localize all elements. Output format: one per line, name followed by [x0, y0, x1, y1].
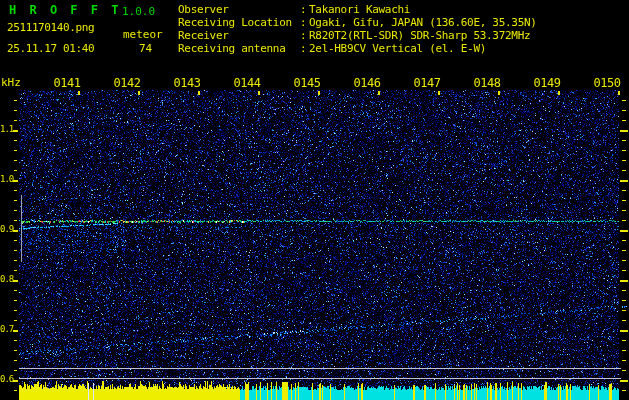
- station-row: Receiving antenna:2el-HB9CV Vertical (el…: [178, 42, 486, 55]
- freq-tick-label: 1.0: [0, 174, 13, 184]
- time-tick-label: 0149: [532, 76, 562, 90]
- app-title: H R O F F T: [9, 3, 121, 17]
- station-row: Receiving Location:Ogaki, Gifu, JAPAN (1…: [178, 16, 537, 29]
- datetime-label: 25.11.17 01:40: [7, 42, 94, 55]
- time-tick-label: 0144: [232, 76, 262, 90]
- time-tick-label: 0150: [592, 76, 622, 90]
- time-tick-label: 0148: [472, 76, 502, 90]
- station-row-label: Receiving antenna: [178, 42, 300, 55]
- station-row-value: Ogaki, Gifu, JAPAN (136.60E, 35.35N): [309, 16, 537, 29]
- freq-tick-label: 0.6: [0, 374, 13, 384]
- station-row-separator: :: [300, 29, 309, 42]
- time-tick-label: 0143: [172, 76, 202, 90]
- freq-tick-label: 0.7: [0, 324, 13, 334]
- station-row-value: 2el-HB9CV Vertical (el. E-W): [309, 42, 486, 55]
- freq-tick-label: 0.8: [0, 274, 13, 284]
- freq-unit-label: kHz: [1, 76, 21, 89]
- station-row-value: R820T2(RTL-SDR) SDR-Sharp 53.372MHz: [309, 29, 530, 42]
- app-version: 1.0.0: [122, 5, 155, 18]
- time-tick-label: 0145: [292, 76, 322, 90]
- station-row-separator: :: [300, 42, 309, 55]
- station-row: Receiver:R820T2(RTL-SDR) SDR-Sharp 53.37…: [178, 29, 530, 42]
- hrofft-window: H R O F F T 1.0.0 2511170140.png meteor …: [0, 0, 629, 400]
- station-row-separator: :: [300, 3, 309, 16]
- spectrogram-canvas: [0, 0, 629, 400]
- station-row-label: Receiver: [178, 29, 300, 42]
- mode-label: meteor: [123, 28, 163, 41]
- station-row-value: Takanori Kawachi: [309, 3, 410, 16]
- time-tick-label: 0142: [112, 76, 142, 90]
- freq-tick-label: 1.1: [0, 124, 13, 134]
- station-row: Observer:Takanori Kawachi: [178, 3, 410, 16]
- station-row-label: Observer: [178, 3, 300, 16]
- output-filename: 2511170140.png: [7, 21, 94, 34]
- station-row-separator: :: [300, 16, 309, 29]
- freq-tick-label: 0.9: [0, 224, 13, 234]
- echo-count: 74: [139, 42, 152, 55]
- time-tick-label: 0141: [52, 76, 82, 90]
- time-tick-label: 0147: [412, 76, 442, 90]
- station-row-label: Receiving Location: [178, 16, 300, 29]
- time-tick-label: 0146: [352, 76, 382, 90]
